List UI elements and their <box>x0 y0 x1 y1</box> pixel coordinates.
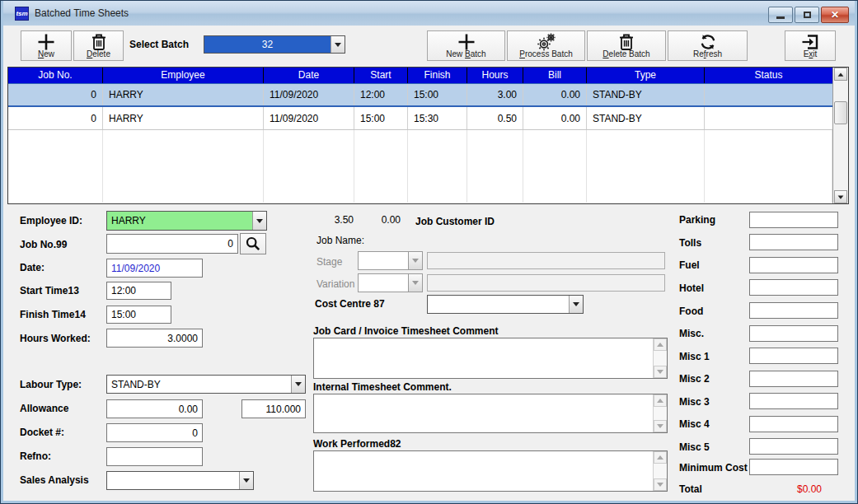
work-performed-label: Work Performed82 <box>313 438 401 450</box>
cell-bill: 0.00 <box>523 84 587 105</box>
column-header-finish[interactable]: Finish <box>408 68 467 83</box>
refno-input[interactable] <box>106 447 203 466</box>
grid-vertical-scrollbar[interactable] <box>832 68 848 203</box>
date-label: Date: <box>20 262 45 273</box>
delete-batch-button[interactable]: Delete Batch <box>587 30 666 61</box>
minimum-cost-input[interactable] <box>749 459 838 475</box>
column-header-employee[interactable]: Employee <box>103 68 264 83</box>
allowance-input[interactable] <box>106 399 203 418</box>
start-time-label: Start Time13 <box>20 285 79 296</box>
minimum-cost-label: Minimum Cost <box>679 462 748 474</box>
grid-empty-area <box>8 130 832 203</box>
docket-input[interactable] <box>106 423 203 442</box>
exit-button[interactable]: Exit <box>785 30 836 61</box>
misc5-label: Misc 5 <box>679 441 710 453</box>
labour-type-label: Labour Type: <box>20 379 82 390</box>
misc2-input[interactable] <box>749 371 838 387</box>
misc5-input[interactable] <box>749 438 838 455</box>
table-row[interactable]: 0 HARRY 11/09/2020 15:00 15:30 0.50 0.00… <box>8 107 832 130</box>
hours-worked-input[interactable] <box>106 329 203 348</box>
scroll-down-button[interactable] <box>834 190 847 203</box>
misc3-input[interactable] <box>749 393 838 409</box>
employee-id-value: HARRY <box>107 212 252 230</box>
close-button[interactable]: ✕ <box>821 7 849 23</box>
plus-icon <box>428 32 504 52</box>
work-performed-textarea[interactable] <box>314 451 653 491</box>
maximize-button[interactable] <box>795 7 819 23</box>
job-search-button[interactable] <box>240 233 266 254</box>
cell-status <box>705 84 832 105</box>
job-card-comment-textarea[interactable] <box>314 338 653 378</box>
chevron-down-icon <box>256 219 263 223</box>
variation-arrow-button <box>408 274 422 292</box>
work-performed-box <box>313 450 668 492</box>
column-header-status[interactable]: Status <box>705 68 832 83</box>
labour-type-arrow-button[interactable] <box>291 376 305 393</box>
column-header-start[interactable]: Start <box>354 68 408 83</box>
start-time-input[interactable] <box>106 282 171 300</box>
scrollbar-thumb[interactable] <box>834 101 847 124</box>
labour-type-dropdown[interactable]: STAND-BY <box>106 375 306 394</box>
scroll-down-button[interactable] <box>654 478 667 491</box>
scroll-up-button[interactable] <box>654 338 667 351</box>
fuel-input[interactable] <box>749 257 838 273</box>
minimize-button[interactable] <box>768 7 793 23</box>
employee-id-arrow-button[interactable] <box>252 212 266 230</box>
column-header-type[interactable]: Type <box>587 68 705 83</box>
scroll-up-button[interactable] <box>834 68 847 81</box>
date-input[interactable] <box>106 259 203 278</box>
column-header-hours[interactable]: Hours <box>467 68 523 83</box>
cost-centre-arrow-button[interactable] <box>569 296 583 313</box>
parking-input[interactable] <box>749 212 838 228</box>
select-batch-arrow-button[interactable] <box>331 36 345 53</box>
exit-icon <box>785 32 835 52</box>
delete-button[interactable]: Delete <box>73 30 124 61</box>
select-batch-dropdown[interactable]: 32 <box>204 35 345 54</box>
table-row-selected[interactable]: 0 HARRY 11/09/2020 12:00 15:00 3.00 0.00… <box>8 83 832 107</box>
refresh-icon <box>668 32 747 52</box>
column-header-job-no[interactable]: Job No. <box>8 68 103 83</box>
new-batch-button[interactable]: New Batch <box>427 30 505 61</box>
cell-date: 11/09/2020 <box>264 107 354 129</box>
column-header-date[interactable]: Date <box>264 68 354 83</box>
tolls-input[interactable] <box>749 234 838 250</box>
comment-scrollbar[interactable] <box>653 394 667 432</box>
sales-analysis-arrow-button[interactable] <box>239 472 253 489</box>
food-input[interactable] <box>749 302 838 319</box>
scroll-up-button[interactable] <box>654 451 667 464</box>
column-header-bill[interactable]: Bill <box>523 68 587 83</box>
cell-date: 11/09/2020 <box>264 84 354 105</box>
misc3-label: Misc 3 <box>679 396 710 408</box>
triangle-up-icon <box>838 72 844 76</box>
triangle-up-icon <box>657 455 663 460</box>
employee-id-dropdown[interactable]: HARRY <box>106 211 267 231</box>
hotel-input[interactable] <box>749 279 838 296</box>
misc4-input[interactable] <box>749 416 838 432</box>
internal-comment-textarea[interactable] <box>314 394 653 432</box>
variation-value <box>359 274 408 292</box>
total-value: $0.00 <box>797 483 822 495</box>
cost-centre-dropdown[interactable] <box>427 295 584 314</box>
sales-analysis-dropdown[interactable] <box>106 471 254 490</box>
scroll-down-button[interactable] <box>654 366 667 378</box>
misc1-input[interactable] <box>749 348 838 364</box>
comment-scrollbar[interactable] <box>653 338 667 378</box>
variation-label: Variation <box>316 278 354 290</box>
trash-icon <box>588 32 665 52</box>
misc-input[interactable] <box>749 325 838 342</box>
new-button[interactable]: New <box>21 30 72 61</box>
job-no-input[interactable] <box>106 234 238 254</box>
comment-scrollbar[interactable] <box>653 451 667 491</box>
stage-arrow-button <box>408 252 422 269</box>
timesheet-grid: Job No. Employee Date Start Finish Hours… <box>7 67 849 204</box>
scroll-up-button[interactable] <box>654 394 667 407</box>
cell-type: STAND-BY <box>587 84 705 105</box>
scroll-down-button[interactable] <box>654 420 667 432</box>
process-batch-button[interactable]: Process Batch <box>507 30 585 61</box>
finish-time-input[interactable] <box>106 306 171 324</box>
triangle-up-icon <box>657 399 663 403</box>
maximize-icon <box>804 12 811 18</box>
refresh-button[interactable]: Refresh <box>668 30 748 61</box>
select-batch-value: 32 <box>204 36 331 53</box>
allowance-rate-input[interactable] <box>241 399 306 418</box>
